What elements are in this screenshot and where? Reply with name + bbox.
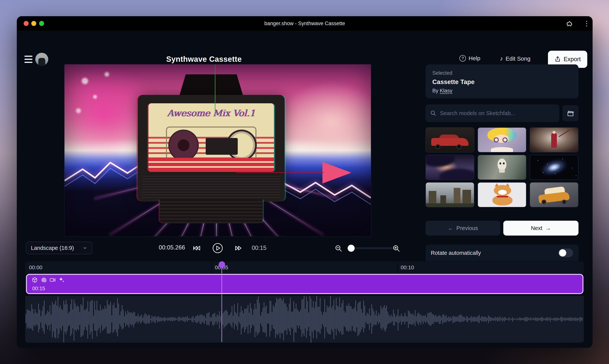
cassette-label-text: Awesome Mix Vol.1	[148, 108, 274, 118]
window-title: banger.show - Synthwave Cassette	[17, 16, 593, 31]
music-note-icon: ♪	[500, 55, 503, 62]
clip-duration: 00:15	[32, 286, 45, 292]
scene-light-streak-left	[65, 141, 147, 194]
user-avatar[interactable]	[35, 53, 48, 66]
model-thumb-spiral-galaxy[interactable]	[530, 155, 579, 180]
arrow-right-icon: →	[545, 225, 551, 231]
timeline-zoom-knob[interactable]	[348, 245, 355, 252]
play-button[interactable]	[212, 243, 223, 253]
playhead-line	[221, 264, 222, 342]
help-icon: ?	[459, 55, 466, 62]
scene-light-streak-right	[279, 154, 371, 211]
next-page-button[interactable]: Next →	[503, 221, 579, 235]
rotate-automatically-toggle[interactable]	[558, 248, 573, 257]
zoom-out-icon[interactable]	[335, 245, 343, 252]
model-thumb-abandoned-city[interactable]	[426, 182, 474, 207]
video-camera-icon	[49, 277, 56, 283]
timeline-zoom-slider[interactable]	[349, 247, 397, 249]
search-input[interactable]	[440, 110, 555, 117]
scene-red-line	[236, 172, 324, 173]
ruler-mark-2: 00:10	[401, 264, 414, 271]
timeline-ruler[interactable]: 00:00 00:05 00:10	[25, 261, 584, 274]
selected-label: Selected	[432, 70, 572, 76]
model-thumb-red-sports-car[interactable]	[426, 127, 474, 153]
browser-menu-icon[interactable]: ⋮	[583, 19, 590, 28]
cassette-tape-model: Awesome Mix Vol.1	[138, 95, 285, 228]
edit-song-label: Edit Song	[506, 55, 530, 62]
cube-icon	[31, 277, 38, 283]
export-label: Export	[564, 56, 581, 63]
zoom-in-icon[interactable]	[392, 245, 401, 252]
extensions-icon[interactable]	[566, 20, 573, 27]
rotate-automatically-label: Rotate automatically	[431, 250, 481, 256]
aspect-ratio-dropdown[interactable]: Landscape (16:9)	[26, 242, 92, 254]
aspect-ratio-value: Landscape (16:9)	[31, 245, 74, 251]
chevron-down-icon	[83, 246, 87, 250]
playhead-handle[interactable]	[219, 261, 225, 268]
model-thumb-shiba-dog[interactable]	[478, 182, 526, 207]
project-title: Synthwave Cassette	[131, 55, 277, 64]
arrow-left-icon: ←	[448, 225, 453, 231]
previous-page-button[interactable]: ← Previous	[426, 221, 500, 235]
app-window: banger.show - Synthwave Cassette ⋮ Synth…	[17, 16, 593, 348]
sparkles-icon	[58, 277, 65, 283]
selected-model-card: Selected Cassette Tape By Klasy	[426, 65, 579, 98]
title-bar: banger.show - Synthwave Cassette ⋮	[17, 16, 593, 31]
rotate-setting-row: Rotate automatically	[426, 245, 579, 261]
timeline-clip[interactable]: 00:15	[26, 274, 583, 294]
search-icon	[430, 110, 437, 117]
author-link[interactable]: Klasy	[440, 88, 452, 93]
cassette-label: Awesome Mix Vol.1	[148, 103, 274, 172]
audio-waveform[interactable]	[25, 296, 584, 343]
rewind-button[interactable]	[193, 244, 201, 252]
model-thumb-toy-car[interactable]	[530, 182, 579, 207]
ruler-mark-0: 00:00	[29, 264, 42, 271]
animations-button[interactable]	[562, 105, 579, 121]
cassette-left-reel	[168, 130, 199, 161]
model-thumb-anime-girl[interactable]	[478, 127, 526, 153]
help-button[interactable]: ? Help	[459, 55, 480, 62]
fast-forward-button[interactable]	[235, 244, 243, 252]
scene-glitch-line	[215, 65, 215, 111]
clapperboard-icon	[567, 109, 574, 117]
selected-model-name: Cassette Tape	[432, 78, 572, 86]
cassette-top-notch	[179, 74, 243, 96]
current-time: 00:05.266	[134, 244, 185, 251]
edit-song-button[interactable]: ♪ Edit Song	[500, 55, 530, 62]
model-thumb-skull[interactable]	[478, 155, 526, 180]
toggle-knob	[559, 249, 566, 257]
spiral-icon	[41, 277, 47, 283]
hamburger-menu-icon[interactable]	[24, 56, 32, 63]
share-export-icon	[554, 56, 561, 63]
model-search-field[interactable]	[426, 104, 559, 122]
model-thumb-storm-clouds[interactable]	[426, 155, 474, 180]
next-label: Next	[531, 225, 542, 231]
help-label: Help	[469, 55, 480, 62]
video-preview[interactable]: Awesome Mix Vol.1	[64, 64, 371, 237]
model-thumb-red-cloak-warrior[interactable]	[530, 127, 579, 153]
total-duration: 00:15	[247, 245, 272, 251]
byline-prefix: By	[432, 88, 438, 93]
previous-label: Previous	[456, 225, 478, 231]
